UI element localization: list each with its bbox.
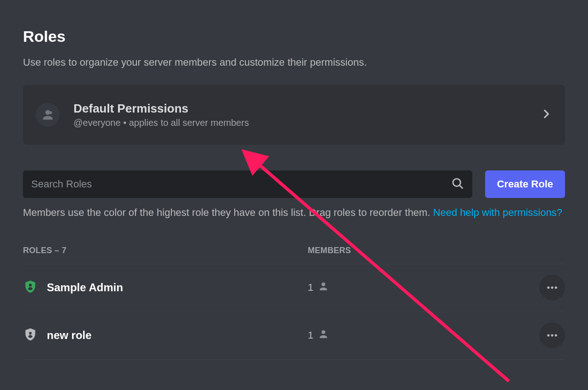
svg-point-9: [322, 330, 325, 334]
svg-point-10: [547, 334, 549, 337]
svg-line-2: [459, 185, 462, 188]
members-column-header: Members: [308, 246, 446, 255]
users-icon: [36, 103, 60, 127]
role-shield-icon: [23, 279, 38, 296]
role-row[interactable]: Sample Admin 1: [23, 264, 565, 312]
default-permissions-subtitle: @everyone • applies to all server member…: [74, 118, 540, 128]
svg-point-3: [29, 284, 32, 287]
role-row[interactable]: new role 1: [23, 312, 565, 360]
svg-point-7: [555, 287, 557, 289]
role-member-count: 1: [308, 282, 313, 294]
default-permissions-card[interactable]: Default Permissions @everyone • applies …: [23, 85, 565, 145]
create-role-button[interactable]: Create Role: [485, 170, 565, 198]
svg-point-4: [322, 283, 325, 286]
search-input[interactable]: [31, 178, 451, 190]
svg-point-8: [29, 332, 32, 335]
role-list: Sample Admin 1 new role 1: [23, 264, 565, 360]
default-permissions-title: Default Permissions: [74, 102, 540, 116]
search-icon: [451, 177, 464, 192]
svg-point-6: [551, 287, 553, 289]
person-icon: [318, 328, 329, 342]
role-more-button[interactable]: [539, 322, 565, 348]
chevron-right-icon: [540, 108, 552, 122]
help-text-body: Members use the color of the highest rol…: [23, 207, 433, 218]
role-shield-icon: [23, 327, 38, 344]
role-more-button[interactable]: [539, 275, 565, 300]
role-member-count: 1: [308, 329, 313, 341]
role-name: new role: [47, 329, 91, 342]
help-text: Members use the color of the highest rol…: [23, 205, 565, 220]
person-icon: [318, 281, 329, 294]
roles-column-header: Roles – 7: [23, 246, 308, 255]
role-name: Sample Admin: [47, 281, 123, 294]
page-title: Roles: [23, 28, 565, 45]
search-wrap[interactable]: [23, 170, 472, 198]
page-subtitle: Use roles to organize your server member…: [23, 57, 565, 68]
svg-point-5: [547, 287, 549, 289]
svg-point-0: [49, 111, 52, 114]
svg-point-11: [551, 334, 553, 337]
help-link[interactable]: Need help with permissions?: [433, 207, 562, 218]
svg-point-12: [555, 334, 557, 337]
